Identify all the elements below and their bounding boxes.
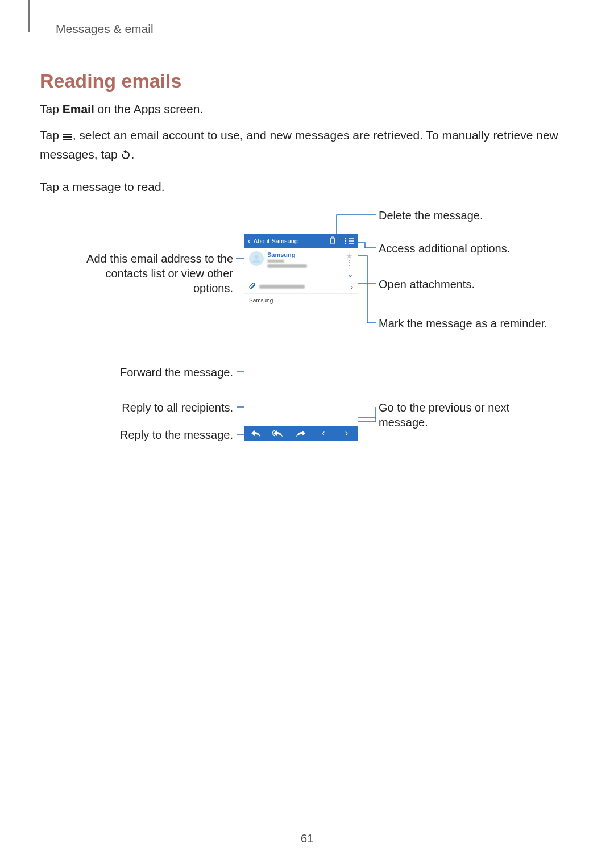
page-number: 61 (0, 832, 614, 845)
avatar-icon[interactable] (249, 251, 264, 266)
expand-icon[interactable]: ⌄ (244, 271, 358, 280)
text: Tap (40, 102, 63, 115)
callout-nav: Go to the previous or next message. (379, 400, 526, 430)
callout-options: Access additional options. (379, 241, 510, 256)
text: on the Apps screen. (94, 102, 203, 115)
svg-point-13 (345, 238, 346, 239)
prev-icon[interactable]: ‹ (312, 428, 334, 438)
blur-text (267, 264, 307, 268)
back-icon[interactable]: ‹ (248, 238, 250, 244)
next-icon[interactable]: › (335, 428, 358, 438)
phone-footer: ‹ › (244, 426, 358, 441)
svg-point-19 (255, 255, 259, 259)
reply-all-icon[interactable] (267, 429, 289, 437)
callout-delete: Delete the message. (379, 208, 483, 223)
paragraph-3: Tap a message to read. (40, 178, 574, 196)
sender-name: Samsung (267, 251, 342, 258)
svg-point-14 (345, 240, 346, 242)
refresh-icon (121, 147, 131, 165)
sender-row: Samsung ★ ⋮ (244, 248, 358, 271)
email-bold: Email (63, 102, 94, 115)
separator (341, 237, 341, 245)
section-heading: Reading emails (40, 70, 574, 92)
svg-point-15 (345, 243, 346, 244)
page: Messages & email Reading emails Tap Emai… (0, 0, 614, 868)
email-body: Samsung (244, 294, 358, 307)
text: . (131, 148, 134, 161)
callout-reply: Reply to the message. (97, 427, 233, 442)
email-subject: About Samsung (254, 238, 325, 244)
paragraph-1: Tap Email on the Apps screen. (40, 100, 574, 118)
blur-text (267, 260, 284, 263)
callout-reminder: Mark the message as a reminder. (379, 316, 547, 331)
callout-replyall: Reply to all recipients. (97, 400, 233, 415)
callout-contact: Add this email address to the contacts l… (63, 251, 233, 296)
text: , select an email account to use, and ne… (40, 128, 558, 161)
side-rule (28, 0, 30, 32)
forward-icon[interactable] (289, 429, 312, 437)
phone-screenshot: ‹ About Samsung Samsung (244, 234, 358, 441)
attachment-row: › (244, 280, 358, 294)
reply-icon[interactable] (244, 429, 267, 437)
breadcrumb: Messages & email (56, 22, 574, 36)
attachment-name (259, 283, 347, 290)
paragraph-2: Tap , select an email account to use, an… (40, 126, 574, 165)
phone-header: ‹ About Samsung (244, 234, 358, 248)
attachment-icon (249, 283, 256, 291)
callout-forward: Forward the message. (97, 365, 233, 380)
overflow-icon[interactable]: ⋮ (345, 260, 353, 265)
sender-info: Samsung (267, 251, 342, 269)
sender-actions: ★ ⋮ (345, 251, 353, 269)
open-attachment-icon[interactable]: › (351, 283, 353, 291)
menu-icon (63, 128, 73, 146)
more-icon[interactable] (345, 238, 354, 244)
text: Tap (40, 128, 63, 142)
callout-attachments: Open attachments. (379, 277, 475, 292)
delete-icon[interactable] (328, 236, 337, 246)
diagram: Delete the message. Access additional op… (40, 207, 574, 457)
